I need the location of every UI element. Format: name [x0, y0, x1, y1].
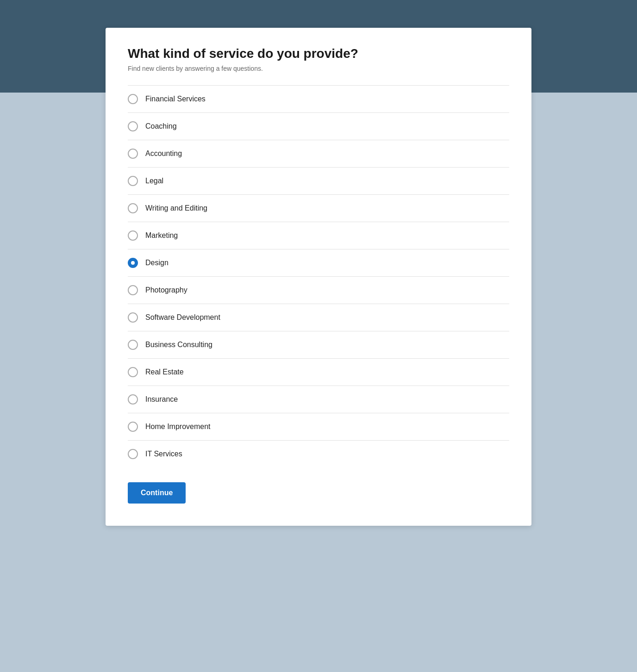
- radio-financial-services: [128, 94, 138, 104]
- option-item-design[interactable]: Design: [128, 249, 509, 277]
- option-label-coaching: Coaching: [145, 122, 177, 131]
- option-label-writing-editing: Writing and Editing: [145, 204, 207, 212]
- option-item-software-development[interactable]: Software Development: [128, 304, 509, 331]
- option-item-writing-editing[interactable]: Writing and Editing: [128, 195, 509, 222]
- option-item-legal[interactable]: Legal: [128, 168, 509, 195]
- option-item-financial-services[interactable]: Financial Services: [128, 86, 509, 113]
- service-selection-card: What kind of service do you provide? Fin…: [106, 28, 531, 526]
- radio-marketing: [128, 230, 138, 241]
- radio-writing-editing: [128, 203, 138, 213]
- option-label-it-services: IT Services: [145, 450, 182, 458]
- options-list: Financial ServicesCoachingAccountingLega…: [128, 86, 509, 467]
- option-item-marketing[interactable]: Marketing: [128, 222, 509, 249]
- option-label-design: Design: [145, 259, 169, 267]
- option-item-coaching[interactable]: Coaching: [128, 113, 509, 140]
- option-label-marketing: Marketing: [145, 231, 178, 240]
- option-label-business-consulting: Business Consulting: [145, 341, 212, 349]
- option-label-insurance: Insurance: [145, 395, 178, 404]
- radio-home-improvement: [128, 422, 138, 432]
- radio-it-services: [128, 449, 138, 459]
- option-label-accounting: Accounting: [145, 149, 182, 158]
- option-item-accounting[interactable]: Accounting: [128, 140, 509, 168]
- option-item-it-services[interactable]: IT Services: [128, 441, 509, 467]
- option-label-real-estate: Real Estate: [145, 368, 184, 376]
- radio-legal: [128, 176, 138, 186]
- option-item-insurance[interactable]: Insurance: [128, 386, 509, 413]
- continue-button[interactable]: Continue: [128, 482, 186, 504]
- radio-software-development: [128, 312, 138, 323]
- option-label-financial-services: Financial Services: [145, 95, 206, 103]
- radio-coaching: [128, 121, 138, 131]
- radio-insurance: [128, 394, 138, 404]
- option-item-business-consulting[interactable]: Business Consulting: [128, 331, 509, 359]
- radio-accounting: [128, 149, 138, 159]
- option-item-real-estate[interactable]: Real Estate: [128, 359, 509, 386]
- option-label-home-improvement: Home Improvement: [145, 423, 211, 431]
- radio-photography: [128, 285, 138, 295]
- option-label-photography: Photography: [145, 286, 187, 294]
- radio-inner-design: [131, 261, 135, 265]
- card-subtitle: Find new clients by answering a few ques…: [128, 65, 509, 72]
- option-item-home-improvement[interactable]: Home Improvement: [128, 413, 509, 441]
- option-label-legal: Legal: [145, 177, 163, 185]
- radio-real-estate: [128, 367, 138, 377]
- option-label-software-development: Software Development: [145, 313, 220, 322]
- radio-design: [128, 258, 138, 268]
- option-item-photography[interactable]: Photography: [128, 277, 509, 304]
- radio-business-consulting: [128, 340, 138, 350]
- card-title: What kind of service do you provide?: [128, 46, 509, 61]
